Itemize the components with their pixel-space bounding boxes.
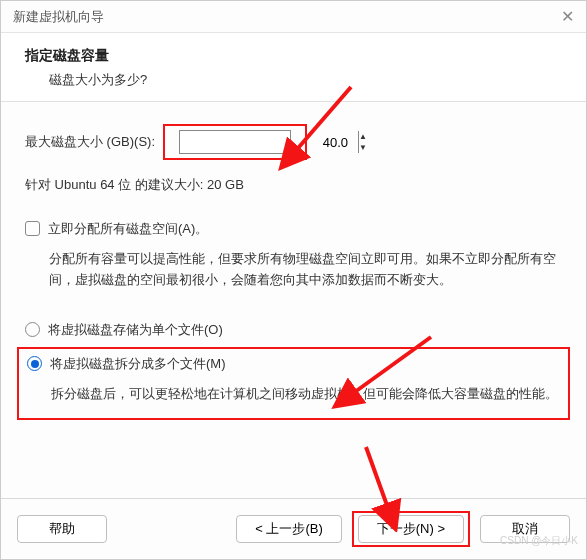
spinner-down-icon[interactable]: ▼	[359, 142, 367, 153]
split-file-description: 拆分磁盘后，可以更轻松地在计算机之间移动虚拟机，但可能会降低大容量磁盘的性能。	[51, 383, 560, 404]
back-button[interactable]: < 上一步(B)	[236, 515, 342, 543]
single-file-row[interactable]: 将虚拟磁盘存储为单个文件(O)	[25, 321, 562, 339]
spinner-up-icon[interactable]: ▲	[359, 131, 367, 142]
window-title: 新建虚拟机向导	[13, 8, 104, 26]
split-file-radio[interactable]	[27, 356, 42, 371]
content: 最大磁盘大小 (GB)(S): ▲ ▼ 针对 Ubuntu 64 位 的建议大小…	[1, 102, 586, 498]
spinner-buttons: ▲ ▼	[358, 131, 367, 153]
split-file-label: 将虚拟磁盘拆分成多个文件(M)	[50, 355, 226, 373]
page-heading: 指定磁盘容量	[25, 47, 562, 65]
header: 指定磁盘容量 磁盘大小为多少?	[1, 33, 586, 101]
allocate-now-description: 分配所有容量可以提高性能，但要求所有物理磁盘空间立即可用。如果不立即分配所有空间…	[49, 248, 562, 291]
max-size-input[interactable]	[180, 131, 358, 153]
close-icon[interactable]: ✕	[561, 7, 574, 26]
wizard-dialog: 新建虚拟机向导 ✕ 指定磁盘容量 磁盘大小为多少? 最大磁盘大小 (GB)(S)…	[0, 0, 587, 560]
max-size-spinner[interactable]: ▲ ▼	[179, 130, 291, 154]
help-button[interactable]: 帮助	[17, 515, 107, 543]
highlight-box-split: 将虚拟磁盘拆分成多个文件(M) 拆分磁盘后，可以更轻松地在计算机之间移动虚拟机，…	[17, 347, 570, 420]
allocate-now-checkbox[interactable]	[25, 221, 40, 236]
highlight-box-size: ▲ ▼	[163, 124, 307, 160]
split-file-row[interactable]: 将虚拟磁盘拆分成多个文件(M)	[27, 355, 560, 373]
single-file-label: 将虚拟磁盘存储为单个文件(O)	[48, 321, 223, 339]
single-file-radio[interactable]	[25, 322, 40, 337]
max-size-row: 最大磁盘大小 (GB)(S): ▲ ▼	[25, 124, 562, 160]
footer: 帮助 < 上一步(B) 下一步(N) > 取消	[1, 498, 586, 559]
max-size-label: 最大磁盘大小 (GB)(S):	[25, 133, 155, 151]
cancel-button[interactable]: 取消	[480, 515, 570, 543]
titlebar: 新建虚拟机向导 ✕	[1, 1, 586, 33]
page-subtitle: 磁盘大小为多少?	[49, 71, 562, 89]
recommended-size-hint: 针对 Ubuntu 64 位 的建议大小: 20 GB	[25, 176, 562, 194]
allocate-now-row[interactable]: 立即分配所有磁盘空间(A)。	[25, 220, 562, 238]
allocate-now-label: 立即分配所有磁盘空间(A)。	[48, 220, 208, 238]
highlight-box-next: 下一步(N) >	[352, 511, 470, 547]
next-button[interactable]: 下一步(N) >	[358, 515, 464, 543]
